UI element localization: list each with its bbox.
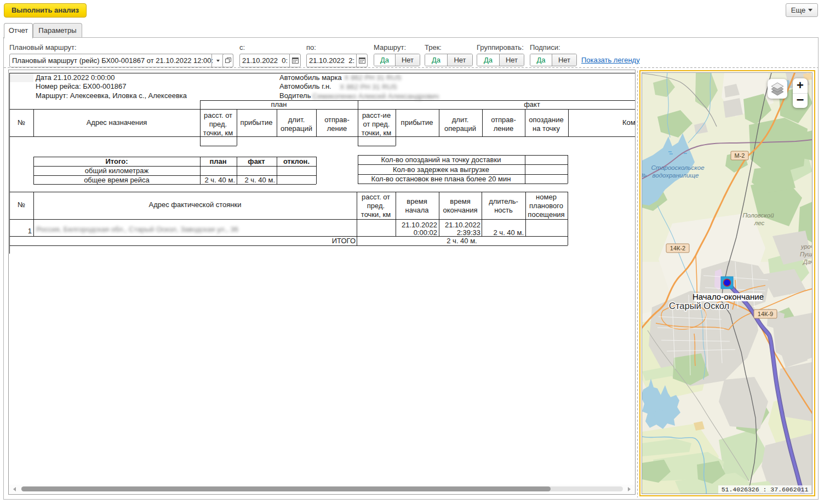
svg-text:14К-9: 14К-9: [758, 311, 773, 317]
svg-text:время: время: [407, 197, 427, 205]
svg-text:длитель-: длитель-: [489, 197, 518, 205]
svg-text:Половской: Половской: [742, 212, 774, 219]
svg-text:номер: номер: [536, 193, 557, 201]
svg-text:отправ-: отправ-: [324, 116, 350, 124]
svg-text:общее время рейса: общее время рейса: [84, 176, 150, 184]
svg-text:отправ-: отправ-: [491, 116, 516, 124]
svg-text:ль: ль: [642, 171, 646, 178]
svg-text:Старооскольское: Старооскольское: [651, 164, 704, 171]
svg-text:операций: операций: [444, 124, 476, 133]
svg-text:факт: факт: [524, 100, 540, 108]
svg-text:операций: операций: [281, 124, 312, 133]
svg-text:Старый Оскол: Старый Оскол: [669, 301, 729, 311]
svg-text:Водитель: Водитель: [279, 91, 311, 100]
svg-text:ление: ление: [327, 124, 347, 133]
svg-text:ность: ность: [494, 206, 513, 214]
svg-text:Маршрут: Алексеевка, Иловка с.: Маршрут: Алексеевка, Иловка с., Алексеев…: [36, 91, 187, 100]
svg-text:точки, км: точки, км: [361, 210, 391, 219]
svg-text:Кол-во задержек на выгрузке: Кол-во задержек на выгрузке: [393, 165, 489, 174]
svg-text:опоздание: опоздание: [529, 116, 564, 124]
svg-text:21.10.2022: 21.10.2022: [445, 221, 480, 229]
svg-text:окончания: окончания: [443, 206, 478, 214]
svg-text:расст-ие: расст-ие: [362, 111, 391, 119]
svg-text:план: план: [271, 100, 287, 108]
svg-text:Адрес назначения: Адрес назначения: [87, 118, 147, 127]
svg-text:расст. от: расст. от: [204, 111, 232, 119]
svg-text:водохранилище: водохранилище: [653, 172, 699, 179]
svg-text:М-2: М-2: [735, 152, 745, 159]
svg-text:расст. от: расст. от: [362, 193, 390, 201]
svg-text:2 ч. 40 м.: 2 ч. 40 м.: [245, 176, 275, 184]
svg-text:Пушкаро: Пушкаро: [800, 251, 812, 257]
svg-text:планового: планового: [529, 202, 563, 210]
svg-text:отклон.: отклон.: [283, 157, 310, 165]
svg-text:№: №: [18, 201, 25, 209]
svg-text:0:00:02: 0:00:02: [414, 228, 437, 237]
svg-text:№: №: [18, 118, 25, 127]
svg-text:прибытие: прибытие: [401, 118, 433, 127]
svg-text:начала: начала: [405, 206, 430, 214]
svg-text:прибытие: прибытие: [241, 118, 273, 127]
svg-text:пред.: пред.: [367, 202, 385, 210]
svg-text:на точку: на точку: [533, 124, 560, 133]
svg-text:21.10.2022: 21.10.2022: [402, 221, 437, 229]
svg-text:ление: ление: [494, 124, 514, 133]
svg-text:1: 1: [28, 227, 32, 235]
svg-text:14К-2: 14К-2: [670, 245, 685, 251]
svg-text:время: время: [450, 197, 470, 205]
svg-text:2 ч. 40 м.: 2 ч. 40 м.: [447, 237, 477, 245]
svg-text:Кол-во остановок вне плана бол: Кол-во остановок вне плана более 20 мин: [371, 175, 511, 183]
svg-text:урочи: урочи: [800, 243, 812, 250]
svg-text:общий километраж: общий километраж: [85, 167, 149, 175]
svg-text:пред.: пред.: [209, 120, 227, 128]
svg-text:ИТОГО: ИТОГО: [332, 237, 356, 245]
svg-text:Дача: Дача: [802, 259, 812, 265]
svg-text:лес: лес: [754, 220, 765, 226]
svg-text:2:39:33: 2:39:33: [457, 228, 480, 237]
svg-text:2 ч. 40 м.: 2 ч. 40 м.: [494, 228, 524, 237]
svg-text:факт: факт: [248, 157, 265, 165]
svg-text:план: план: [209, 157, 226, 165]
svg-text:Адрес фактической стоянки: Адрес фактической стоянки: [149, 201, 242, 209]
svg-text:посещения: посещения: [528, 210, 564, 219]
svg-text:точки, км: точки, км: [362, 129, 391, 137]
svg-text:Номер рейса: БХ00-001867: Номер рейса: БХ00-001867: [36, 82, 126, 90]
svg-text:Комментарий: Комментарий: [622, 118, 635, 127]
svg-text:Кол-во опозданий на точку дост: Кол-во опозданий на точку доставки: [381, 156, 501, 164]
svg-text:2 ч. 40 м.: 2 ч. 40 м.: [205, 176, 235, 184]
svg-text:длит.: длит.: [288, 116, 305, 124]
svg-text:длит.: длит.: [452, 116, 469, 124]
svg-text:Автомобиль марка: Автомобиль марка: [279, 73, 342, 82]
svg-text:Автомобиль г.н.: Автомобиль г.н.: [279, 82, 331, 90]
svg-text:Дата 21.10.2022 0:00:00: Дата 21.10.2022 0:00:00: [36, 73, 115, 82]
svg-text:Итого:: Итого:: [106, 157, 128, 165]
svg-text:Начало-окончание: Начало-окончание: [693, 292, 764, 301]
svg-text:точки, км: точки, км: [203, 129, 233, 137]
svg-text:от пред.: от пред.: [363, 120, 390, 128]
